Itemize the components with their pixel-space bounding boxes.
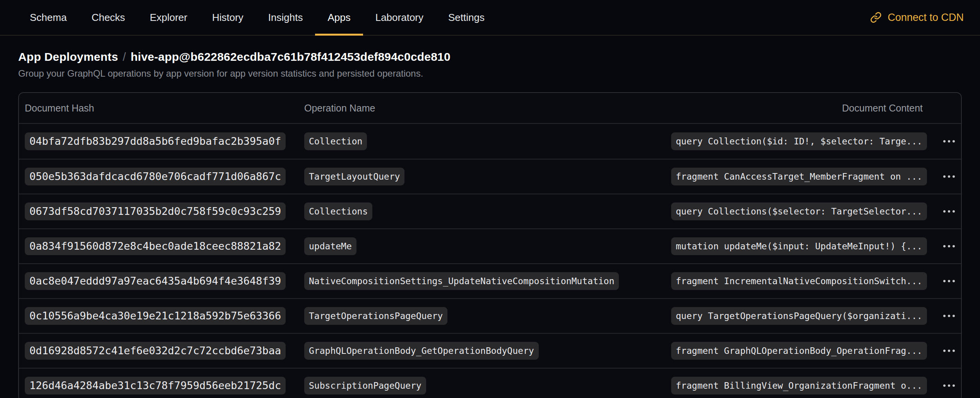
breadcrumb-app-id: hive-app@b622862ecdba7c61b78f412453def89… — [131, 50, 451, 63]
table-row: 0d16928d8572c41ef6e032d2c7c72ccbd6e73baa… — [19, 333, 961, 368]
table-row: 0ac8e047eddd97a97eac6435a4b694f4e3648f39… — [19, 263, 961, 298]
breadcrumb-section[interactable]: App Deployments — [18, 50, 118, 63]
table-row: 0a834f91560d872e8c4bec0ade18ceec88821a82… — [19, 228, 961, 263]
more-horizontal-icon — [943, 210, 955, 213]
document-hash-badge: 050e5b363dafdcacd6780e706cadf771d06a867c — [25, 168, 286, 185]
more-horizontal-icon — [943, 140, 955, 142]
page-subtitle: Group your GraphQL operations by app ver… — [18, 68, 962, 79]
operation-name-badge: Collection — [304, 132, 367, 150]
row-menu-button[interactable] — [933, 168, 962, 185]
more-horizontal-icon — [943, 245, 955, 247]
document-content-badge: fragment GraphQLOperationBody_OperationF… — [671, 342, 927, 360]
operation-name-badge: Collections — [304, 202, 372, 220]
operation-name-badge: GraphQLOperationBody_GetOperationBodyQue… — [304, 342, 539, 360]
more-horizontal-icon — [943, 384, 955, 387]
row-menu-button[interactable] — [933, 237, 962, 255]
document-hash-badge: 0673df58cd7037117035b2d0c758f59c0c93c259 — [25, 202, 286, 220]
row-menu-button[interactable] — [933, 377, 962, 395]
tab-schema[interactable]: Schema — [17, 0, 79, 35]
column-header-operation-name: Operation Name — [304, 103, 671, 114]
page-content: App Deployments/hive-app@b622862ecdba7c6… — [0, 50, 980, 398]
document-content-badge: mutation updateMe($input: UpdateMeInput!… — [671, 237, 927, 255]
document-hash-badge: 0a834f91560d872e8c4bec0ade18ceec88821a82 — [25, 237, 286, 255]
more-horizontal-icon — [943, 280, 955, 282]
document-content-badge: fragment CanAccessTarget_MemberFragment … — [671, 168, 927, 185]
document-hash-badge: 04bfa72dfb83b297dd8a5b6fed9bafac2b395a0f — [25, 132, 286, 150]
column-header-document-hash: Document Hash — [19, 103, 304, 114]
document-content-badge: fragment IncrementalNativeCompositionSwi… — [671, 272, 927, 290]
document-hash-badge: 0c10556a9be4ca30e19e21c1218a592b75e63366 — [25, 307, 286, 325]
tab-settings[interactable]: Settings — [436, 0, 497, 35]
chain-link-icon — [870, 12, 882, 23]
row-menu-button[interactable] — [933, 342, 962, 360]
top-navigation: Schema Checks Explorer History Insights … — [0, 0, 980, 36]
more-horizontal-icon — [943, 175, 955, 178]
table-row: 0c10556a9be4ca30e19e21c1218a592b75e63366… — [19, 298, 961, 333]
row-menu-button[interactable] — [933, 272, 962, 290]
tab-apps[interactable]: Apps — [315, 0, 363, 35]
row-menu-button[interactable] — [933, 307, 962, 325]
document-hash-badge: 0d16928d8572c41ef6e032d2c7c72ccbd6e73baa — [25, 342, 286, 360]
operation-name-badge: TargetOperationsPageQuery — [304, 307, 447, 325]
tab-explorer[interactable]: Explorer — [137, 0, 200, 35]
tab-history[interactable]: History — [200, 0, 256, 35]
table-row: 0673df58cd7037117035b2d0c758f59c0c93c259… — [19, 194, 961, 228]
document-content-badge: query Collections($selector: TargetSelec… — [671, 202, 927, 220]
connect-to-cdn-label: Connect to CDN — [887, 12, 964, 24]
breadcrumb-separator: / — [123, 50, 126, 63]
table-row: 126d46a4284abe31c13c78f7959d56eeb21725dc… — [19, 368, 961, 398]
row-menu-button[interactable] — [933, 132, 962, 150]
more-horizontal-icon — [943, 350, 955, 352]
table-row: 050e5b363dafdcacd6780e706cadf771d06a867c… — [19, 159, 961, 194]
connect-to-cdn-button[interactable]: Connect to CDN — [870, 0, 964, 35]
column-header-document-content: Document Content — [671, 103, 929, 114]
operation-name-badge: updateMe — [304, 237, 356, 255]
operation-name-badge: SubscriptionPageQuery — [304, 377, 426, 395]
document-hash-badge: 0ac8e047eddd97a97eac6435a4b694f4e3648f39 — [25, 272, 286, 290]
more-horizontal-icon — [943, 315, 955, 317]
document-content-badge: query TargetOperationsPageQuery($organiz… — [671, 307, 927, 325]
breadcrumb: App Deployments/hive-app@b622862ecdba7c6… — [18, 50, 962, 63]
document-content-badge: fragment BillingView_OrganizationFragmen… — [671, 377, 927, 395]
tab-insights[interactable]: Insights — [256, 0, 315, 35]
tab-checks[interactable]: Checks — [79, 0, 137, 35]
document-content-badge: query Collection($id: ID!, $selector: Ta… — [671, 132, 927, 150]
table-row: 04bfa72dfb83b297dd8a5b6fed9bafac2b395a0f… — [19, 124, 961, 159]
operation-name-badge: TargetLayoutQuery — [304, 168, 404, 185]
operation-name-badge: NativeCompositionSettings_UpdateNativeCo… — [304, 272, 619, 290]
table-header-row: Document Hash Operation Name Document Co… — [19, 93, 961, 124]
document-hash-badge: 126d46a4284abe31c13c78f7959d56eeb21725dc — [25, 377, 286, 395]
deployments-table: Document Hash Operation Name Document Co… — [18, 92, 962, 398]
row-menu-button[interactable] — [933, 202, 962, 220]
tab-laboratory[interactable]: Laboratory — [363, 0, 436, 35]
